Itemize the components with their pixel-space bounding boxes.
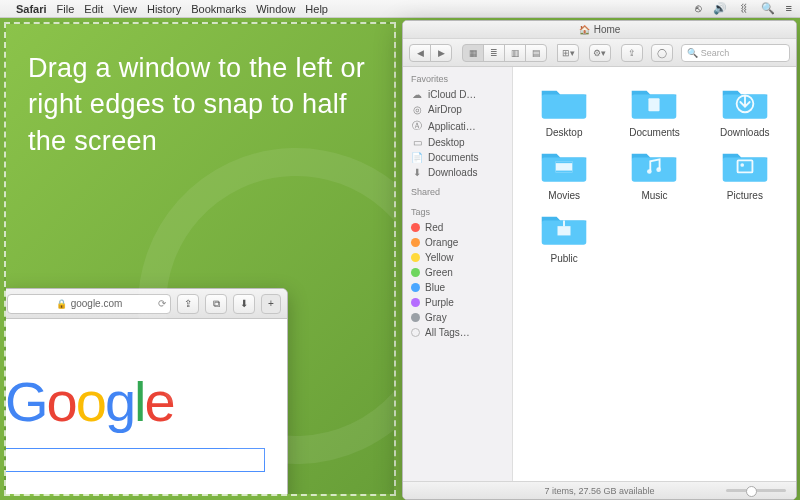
tag-dot-icon	[411, 253, 420, 262]
folder-label: Public	[551, 253, 578, 264]
google-search-input[interactable]	[5, 448, 265, 472]
finder-titlebar[interactable]: 🏠 Home	[403, 21, 796, 39]
arrange-button[interactable]: ⊞▾	[557, 44, 579, 62]
share-button[interactable]: ⇪	[177, 294, 199, 314]
tag-dot-icon	[411, 223, 420, 232]
svg-point-10	[648, 169, 653, 174]
back-button[interactable]: ◀	[409, 44, 431, 62]
svg-rect-8	[556, 171, 573, 173]
doc-icon: 📄	[411, 152, 423, 163]
apps-icon: Ⓐ	[411, 119, 423, 133]
search-placeholder: Search	[701, 48, 730, 58]
finder-title: Home	[594, 24, 621, 35]
sidebar-item-icloud[interactable]: ☁iCloud D…	[403, 87, 512, 102]
svg-rect-2	[649, 98, 660, 111]
sidebar-heading-tags: Tags	[403, 200, 512, 220]
menu-view[interactable]: View	[113, 3, 137, 15]
menu-window[interactable]: Window	[256, 3, 295, 15]
share-finder-button[interactable]: ⇪	[621, 44, 643, 62]
view-list-button[interactable]: ≣	[483, 44, 505, 62]
tag-dot-icon	[411, 328, 420, 337]
tag-dot-icon	[411, 268, 420, 277]
folder-documents[interactable]: Documents	[611, 81, 697, 138]
folder-label: Desktop	[546, 127, 583, 138]
sidebar-item-downloads[interactable]: ⬇Downloads	[403, 165, 512, 180]
folder-music[interactable]: Music	[611, 144, 697, 201]
fast-switch-icon[interactable]: ⎋	[695, 2, 702, 14]
new-tab-button[interactable]: +	[261, 294, 281, 314]
search-icon: 🔍	[687, 48, 698, 58]
tabs-button[interactable]: ⧉	[205, 294, 227, 314]
safari-address-bar[interactable]: 🔒 google.com ⟳	[7, 294, 171, 314]
google-logo: Google	[4, 369, 287, 434]
finder-status-bar: 7 items, 27.56 GB available	[403, 481, 796, 499]
tag-dot-icon	[411, 313, 420, 322]
menu-bookmarks[interactable]: Bookmarks	[191, 3, 246, 15]
sidebar-tag-yellow[interactable]: Yellow	[403, 250, 512, 265]
spotlight-icon[interactable]: 🔍	[761, 2, 775, 14]
safari-toolbar: 🔒 google.com ⟳ ⇪ ⧉ ⬇ +	[4, 289, 287, 319]
menu-history[interactable]: History	[147, 3, 181, 15]
snap-zone-left: Drag a window to the left or right edges…	[4, 22, 396, 496]
lock-icon: 🔒	[56, 299, 67, 309]
svg-rect-16	[558, 226, 571, 235]
finder-toolbar: ◀ ▶ ▦ ≣ ▥ ▤ ⊞▾ ⚙▾ ⇪ ◯ 🔍 Search	[403, 39, 796, 67]
sidebar-tag-blue[interactable]: Blue	[403, 280, 512, 295]
sidebar-tag-all[interactable]: All Tags…	[403, 325, 512, 340]
safari-page: Google	[4, 319, 287, 472]
finder-search-input[interactable]: 🔍 Search	[681, 44, 790, 62]
sidebar-tag-green[interactable]: Green	[403, 265, 512, 280]
icon-size-slider[interactable]	[726, 489, 786, 492]
finder-window[interactable]: 🏠 Home ◀ ▶ ▦ ≣ ▥ ▤ ⊞▾ ⚙▾ ⇪ ◯ 🔍 Search Fa…	[402, 20, 797, 500]
folder-pictures[interactable]: Pictures	[702, 144, 788, 201]
finder-content[interactable]: DesktopDocumentsDownloadsMoviesMusicPict…	[513, 67, 796, 481]
folder-public[interactable]: Public	[521, 207, 607, 264]
folder-desktop[interactable]: Desktop	[521, 81, 607, 138]
sidebar-tag-orange[interactable]: Orange	[403, 235, 512, 250]
menubar-status-icons[interactable]: ⎋ 🔊 ⧛ 🔍 ≡	[687, 2, 792, 15]
view-icons-button[interactable]: ▦	[462, 44, 484, 62]
reload-icon[interactable]: ⟳	[158, 298, 166, 309]
action-button[interactable]: ⚙▾	[589, 44, 611, 62]
sidebar-item-documents[interactable]: 📄Documents	[403, 150, 512, 165]
menu-help[interactable]: Help	[305, 3, 328, 15]
url-host: google.com	[71, 298, 123, 309]
menu-file[interactable]: File	[57, 3, 75, 15]
sidebar-item-applications[interactable]: ⒶApplicati…	[403, 117, 512, 135]
app-menu[interactable]: Safari	[16, 3, 47, 15]
sidebar-tag-red[interactable]: Red	[403, 220, 512, 235]
folder-label: Documents	[629, 127, 680, 138]
folder-movies[interactable]: Movies	[521, 144, 607, 201]
home-icon: 🏠	[579, 25, 590, 35]
menubar: Safari File Edit View History Bookmarks …	[0, 0, 800, 18]
tag-dot-icon	[411, 298, 420, 307]
svg-point-11	[657, 167, 662, 172]
safari-window[interactable]: 🔒 google.com ⟳ ⇪ ⧉ ⬇ + Google	[4, 288, 288, 496]
folder-label: Movies	[548, 190, 580, 201]
cloud-icon: ☁	[411, 89, 423, 100]
tag-dot-icon	[411, 238, 420, 247]
menu-edit[interactable]: Edit	[84, 3, 103, 15]
tags-button[interactable]: ◯	[651, 44, 673, 62]
view-columns-button[interactable]: ▥	[504, 44, 526, 62]
folder-downloads[interactable]: Downloads	[702, 81, 788, 138]
sidebar-tag-purple[interactable]: Purple	[403, 295, 512, 310]
menu-extras-icon[interactable]: ≡	[786, 2, 792, 14]
forward-button[interactable]: ▶	[430, 44, 452, 62]
downloads-button[interactable]: ⬇	[233, 294, 255, 314]
sidebar-tag-gray[interactable]: Gray	[403, 310, 512, 325]
svg-rect-7	[556, 161, 573, 163]
airdrop-icon: ◎	[411, 104, 423, 115]
sidebar-heading-favorites: Favorites	[403, 67, 512, 87]
sidebar-heading-shared: Shared	[403, 180, 512, 200]
wifi-icon[interactable]: ⧛	[738, 2, 749, 14]
svg-point-14	[740, 163, 744, 167]
view-coverflow-button[interactable]: ▤	[525, 44, 547, 62]
volume-icon[interactable]: 🔊	[713, 2, 727, 14]
tag-dot-icon	[411, 283, 420, 292]
promo-text: Drag a window to the left or right edges…	[6, 24, 394, 159]
sidebar-item-airdrop[interactable]: ◎AirDrop	[403, 102, 512, 117]
sidebar-item-desktop[interactable]: ▭Desktop	[403, 135, 512, 150]
folder-label: Pictures	[727, 190, 763, 201]
desktop-icon: ▭	[411, 137, 423, 148]
